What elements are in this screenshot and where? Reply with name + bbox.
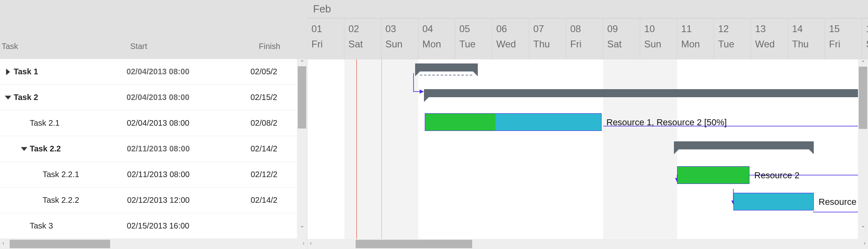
day-header: 09Sat (603, 18, 640, 59)
day-header: 03Sun (381, 18, 418, 59)
day-of-week: Fri (829, 39, 862, 50)
table-row[interactable]: Task 302/15/2013 16:00 (0, 213, 297, 239)
table-row[interactable]: Task 102/04/2013 08:0002/05/2 (0, 59, 297, 85)
summary-bar-task1[interactable] (415, 63, 478, 71)
task-grid-header: Task Start Finish (0, 0, 307, 59)
timeline-body[interactable]: Resource 1, Resource 2 [50%] Resource 2 … (307, 59, 868, 239)
day-header: 14Thu (788, 18, 825, 59)
day-number: 04 (422, 23, 455, 35)
timeline-pane: Feb 01Fri02Sat03Sun04Mon05Tue06Wed07Thu0… (307, 0, 868, 249)
task-name: Task 2.1 (30, 118, 59, 128)
col-header-task[interactable]: Task (2, 42, 130, 51)
scroll-left-icon[interactable]: ‹ (310, 240, 312, 246)
scroll-down-icon[interactable]: ⌄ (297, 222, 307, 229)
task-finish: 02/14/2 (251, 144, 297, 153)
day-header: 05Tue (455, 18, 492, 59)
day-number: 12 (718, 23, 751, 35)
scroll-thumb[interactable] (10, 240, 110, 248)
scroll-down-icon[interactable]: ⌄ (858, 222, 868, 229)
day-of-week: Sat (607, 39, 640, 50)
table-row[interactable]: Task 2.202/11/2013 08:0002/14/2 (0, 136, 297, 162)
day-number: 05 (459, 23, 492, 35)
timeline-header: Feb 01Fri02Sat03Sun04Mon05Tue06Wed07Thu0… (307, 0, 868, 59)
day-header: 04Mon (418, 18, 455, 59)
task-finish: 02/15/2 (250, 93, 297, 102)
task-bar-task222[interactable] (733, 193, 814, 210)
task-name: Task 1 (14, 67, 38, 76)
task-bar-task21[interactable] (425, 113, 602, 131)
task-name: Task 2.2.1 (43, 170, 79, 179)
table-row[interactable]: Task 2.2.202/12/2013 12:0002/14/2 (0, 188, 297, 213)
scroll-thumb[interactable] (859, 67, 867, 129)
day-of-week: Mon (422, 39, 455, 50)
table-row[interactable]: Task 202/04/2013 08:0002/15/2 (0, 85, 297, 110)
day-header: 08Fri (566, 18, 603, 59)
day-header: 01Fri (307, 18, 344, 59)
task-finish: 02/05/2 (250, 67, 297, 76)
day-number: 01 (311, 23, 344, 35)
scroll-thumb[interactable] (356, 240, 472, 248)
gantt-chart: Resource 1, Resource 2 [50%] Resource 2 … (307, 59, 868, 239)
gantt-app: Task Start Finish Task 102/04/2013 08:00… (0, 0, 868, 249)
scroll-right-icon[interactable]: › (864, 240, 866, 246)
progress-baseline (420, 75, 472, 76)
task-grid-body[interactable]: Task 102/04/2013 08:0002/05/2Task 202/04… (0, 59, 307, 239)
task-start: 02/12/2013 12:00 (127, 196, 250, 205)
day-of-week: Fri (311, 39, 344, 50)
day-number: 03 (385, 23, 418, 35)
day-header: 07Thu (529, 18, 566, 59)
summary-bar-task22[interactable] (674, 141, 814, 149)
day-of-week: Thu (792, 39, 825, 50)
day-header: 15Fri (825, 18, 862, 59)
horizontal-scrollbar[interactable]: ‹ › (307, 239, 868, 249)
table-row[interactable]: Task 2.102/04/2013 08:0002/08/2 (0, 110, 297, 136)
day-of-week: S (866, 39, 868, 50)
summary-bar-task2[interactable] (424, 89, 866, 97)
collapse-icon[interactable] (18, 146, 30, 152)
day-header: 10Sun (640, 18, 677, 59)
day-number: 09 (607, 23, 640, 35)
day-header: 12Tue (714, 18, 751, 59)
day-of-week: Fri (570, 39, 603, 50)
task-finish: 02/08/2 (251, 118, 297, 128)
task-start: 02/11/2013 08:00 (127, 144, 251, 153)
collapse-icon[interactable] (2, 94, 14, 101)
task-name: Task 2 (14, 93, 38, 102)
task-start: 02/15/2013 16:00 (127, 221, 251, 231)
horizontal-scrollbar[interactable]: ‹ › (0, 239, 307, 249)
day-header: 02Sat (344, 18, 381, 59)
day-of-week: Mon (681, 39, 714, 50)
day-number: 07 (533, 23, 566, 35)
scroll-up-icon[interactable]: ⌃ (297, 59, 307, 65)
task-name: Task 2.2 (30, 144, 61, 153)
day-number: 06 (496, 23, 529, 35)
day-number: 10 (644, 23, 677, 35)
col-header-finish[interactable]: Finish (259, 42, 307, 51)
expand-icon[interactable] (2, 69, 14, 75)
task-grid-pane: Task Start Finish Task 102/04/2013 08:00… (0, 0, 307, 249)
task-label-task222: Resource (819, 197, 856, 207)
task-name: Task 3 (30, 221, 53, 231)
scroll-left-icon[interactable]: ‹ (2, 240, 4, 246)
timeline-days-row: 01Fri02Sat03Sun04Mon05Tue06Wed07Thu08Fri… (307, 18, 868, 59)
day-of-week: Sun (385, 39, 418, 50)
vertical-scrollbar[interactable]: ⌃ ⌄ (858, 59, 868, 239)
task-bar-task221[interactable] (677, 166, 749, 184)
scroll-up-icon[interactable]: ⌃ (858, 59, 868, 66)
day-number: 08 (570, 23, 603, 35)
timeline-month: Feb (307, 0, 868, 18)
scroll-right-icon[interactable]: › (303, 240, 305, 246)
col-header-start[interactable]: Start (130, 42, 259, 51)
scroll-thumb[interactable] (298, 66, 306, 129)
day-of-week: Tue (459, 39, 492, 50)
task-start: 02/11/2013 08:00 (127, 170, 250, 179)
day-header: 1S (862, 18, 868, 59)
vertical-scrollbar[interactable]: ⌃ ⌄ (297, 59, 307, 239)
day-of-week: Thu (533, 39, 566, 50)
day-number: 1 (866, 23, 868, 35)
table-row[interactable]: Task 2.2.102/11/2013 08:0002/12/2 (0, 162, 297, 188)
task-start: 02/04/2013 08:00 (127, 118, 251, 128)
day-header: 06Wed (492, 18, 529, 59)
day-of-week: Tue (718, 39, 751, 50)
day-header: 11Mon (677, 18, 714, 59)
